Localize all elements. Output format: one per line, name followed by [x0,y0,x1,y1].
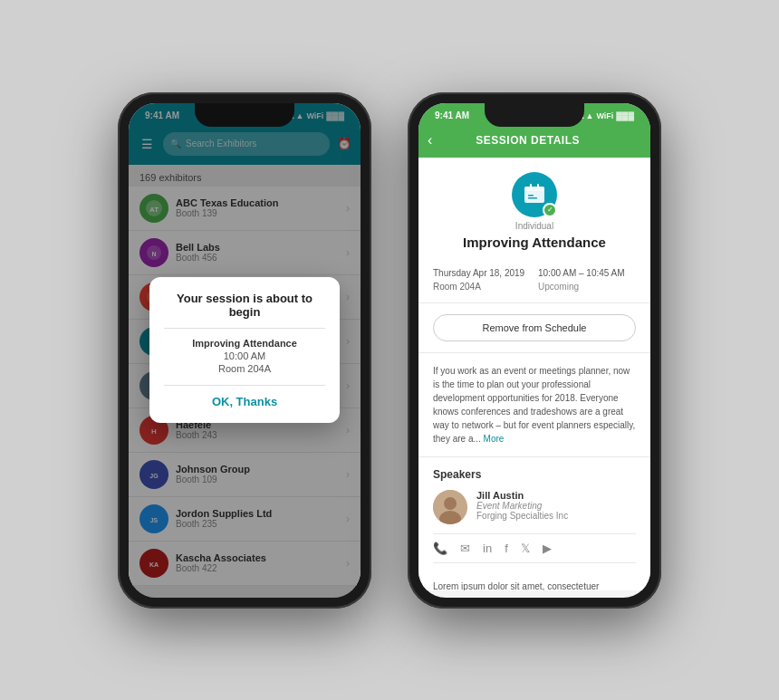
facebook-icon[interactable]: f [505,542,508,555]
phone2-header: ‹ SESSION DETAILS [418,129,650,158]
speakers-title: Speakers [433,468,636,481]
back-button[interactable]: ‹ [428,132,432,149]
session-description: If you work as an event or meetings plan… [418,353,650,457]
svg-rect-16 [530,184,532,188]
session-details-title: SESSION DETAILS [476,134,580,147]
speaker-role: Event Marketing [476,501,636,511]
session-title: Improving Attendance [445,235,624,250]
modal-dialog: Your session is about to begin Improving… [149,277,340,423]
status-time-phone2: 9:41 AM [435,110,469,120]
modal-session-name: Improving Attendance [164,338,325,349]
session-time: 10:00 AM – 10:45 AM [538,268,636,278]
modal-divider-2 [164,385,325,386]
twitter-icon[interactable]: 𝕏 [521,542,530,555]
modal-title: Your session is about to begin [164,292,325,319]
email-icon[interactable]: ✉ [460,542,470,555]
svg-rect-13 [524,187,544,191]
linkedin-icon[interactable]: in [483,542,492,555]
session-meta: Thursday Apr 18, 2019 10:00 AM – 10:45 A… [418,268,650,303]
session-type-label: Individual [515,221,553,231]
phone-exhibitors: 9:41 AM ▲▲▲ WiFi ▓▓▓ ☰ 🔍 Search Exhibito… [118,92,371,609]
modal-session-time: 10:00 AM [164,350,325,361]
modal-divider [164,328,325,329]
session-status: Upcoming [538,282,636,292]
remove-from-schedule-button[interactable]: Remove from Schedule [433,314,636,341]
notch [485,103,584,127]
session-type-icon: ✓ [512,172,557,217]
phones-container: 9:41 AM ▲▲▲ WiFi ▓▓▓ ☰ 🔍 Search Exhibito… [118,92,661,609]
youtube-icon[interactable]: ▶ [543,542,552,555]
speakers-section: Speakers Jill Austin Event [418,457,650,580]
battery-icon: ▓▓▓ [616,111,634,120]
speaker-name: Jill Austin [476,490,636,501]
svg-rect-17 [537,184,539,188]
description-text: If you work as an event or meetings plan… [433,366,635,444]
description-more-link[interactable]: More [484,434,505,444]
wifi-icon: WiFi [596,111,613,120]
phone-session-details: 9:41 AM ▲▲▲ WiFi ▓▓▓ ‹ SESSION DETAILS [408,92,661,609]
session-icon-area: ✓ Individual Improving Attendance [418,158,650,268]
session-date: Thursday Apr 18, 2019 [433,268,531,278]
svg-rect-15 [528,197,537,199]
modal-overlay: Your session is about to begin Improving… [129,103,361,598]
phone-icon[interactable]: 📞 [433,542,447,555]
speaker-bio: Lorem ipsum dolor sit amet, consectetuer… [418,580,650,590]
svg-rect-14 [528,195,534,197]
remove-btn-area: Remove from Schedule [418,303,650,353]
speaker-avatar [433,490,467,524]
modal-ok-button[interactable]: OK, Thanks [164,395,325,408]
session-scheduled-icon: ✓ [543,203,557,217]
session-content: ✓ Individual Improving Attendance Thursd… [418,158,650,590]
modal-session-room: Room 204A [164,363,325,374]
speaker-company: Forging Specialties Inc [476,511,636,521]
speaker-item: Jill Austin Event Marketing Forging Spec… [433,490,636,524]
session-room: Room 204A [433,282,531,292]
speaker-socials: 📞 ✉ in f 𝕏 ▶ [433,533,636,563]
svg-point-19 [444,497,457,510]
